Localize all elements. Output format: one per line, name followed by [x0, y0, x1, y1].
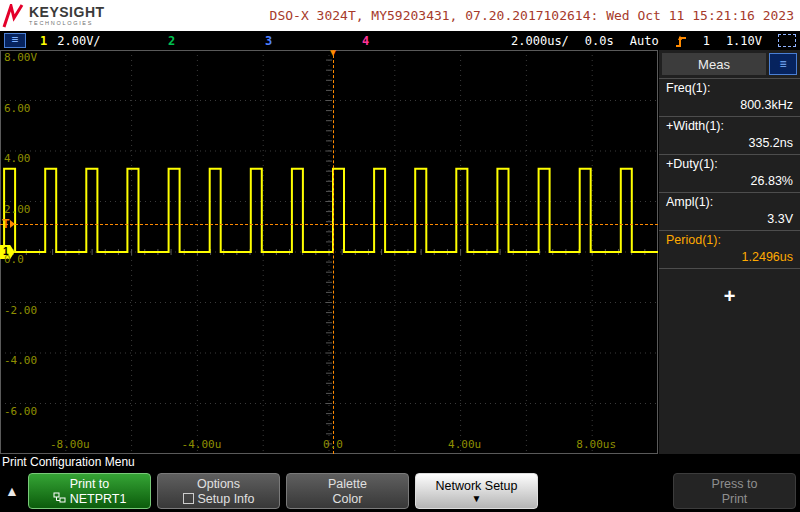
meas-row-freq-1[interactable]: Freq(1):800.3kHz [659, 79, 800, 117]
channel-3-indicator[interactable]: 3 [265, 34, 362, 48]
softkey-network-setup[interactable]: Network Setup▼ [415, 473, 538, 509]
softkey-sublabel-text: NETPRT1 [70, 492, 127, 506]
meas-value: 335.2ns [666, 136, 793, 151]
t-axis-label: 0.0 [323, 438, 343, 451]
meas-label: Period(1): [666, 233, 793, 248]
channel-2-number: 2 [168, 34, 175, 48]
timebase-scale[interactable]: 2.000us/ [511, 34, 569, 48]
brand-subtitle: TECHNOLOGIES [29, 21, 105, 27]
v-axis-label: -2.00 [4, 305, 37, 316]
channel-1-scale: 2.00V/ [57, 34, 100, 48]
channel-indicators: 12.00V/234 [40, 34, 402, 48]
v-axis-label: 2.00 [4, 204, 31, 215]
timebase-delay[interactable]: 0.0s [585, 34, 614, 48]
trigger-source[interactable]: 1 [703, 34, 710, 48]
status-bar: 12.00V/234 2.000us/ 0.0s Auto 1 1.10V [0, 31, 800, 50]
softkey-label: Network Setup [436, 479, 518, 493]
trigger-level-line [0, 224, 658, 225]
channel-1-indicator[interactable]: 12.00V/ [40, 34, 168, 48]
v-axis-label: -4.00 [4, 355, 37, 366]
selection-box-icon[interactable] [778, 34, 796, 47]
keysight-logo: KEYSIGHT TECHNOLOGIES [29, 5, 105, 27]
trigger-level-marker[interactable]: T [2, 218, 15, 230]
softkey-label: Palette [328, 477, 367, 491]
meas-label: +Duty(1): [666, 157, 793, 172]
softkey-label: Print to [70, 477, 110, 491]
channel-4-indicator[interactable]: 4 [362, 34, 402, 48]
brand-name: KEYSIGHT [29, 5, 105, 19]
t-axis-label: 8.00us [576, 438, 616, 451]
meas-row-width-1[interactable]: +Width(1):335.2ns [659, 117, 800, 155]
v-axis-label: 8.00V [4, 52, 37, 63]
time-reference-marker-icon[interactable] [328, 48, 338, 58]
meas-value: 1.2496us [666, 250, 793, 265]
softkey-sublabel: Setup Info [183, 492, 255, 506]
waveform-display: T 1 8.00V6.004.002.000.0-2.00-4.00-6.00-… [0, 50, 658, 454]
add-measurement-button[interactable]: + [659, 285, 800, 308]
measurement-panel: Meas Freq(1):800.3kHz+Width(1):335.2ns+D… [659, 50, 800, 454]
softkey-print-to-netprt1[interactable]: Print toNETPRT1 [28, 473, 151, 509]
meas-rows: Freq(1):800.3kHz+Width(1):335.2ns+Duty(1… [659, 78, 800, 269]
v-axis-label: 0.0 [4, 254, 24, 265]
acquisition-mode[interactable]: Auto [630, 34, 659, 48]
t-axis-label: -8.00u [50, 438, 90, 451]
arrow-down-icon: ▼ [472, 494, 482, 504]
oscilloscope-screen: KEYSIGHT TECHNOLOGIES DSO-X 3024T, MY592… [0, 0, 800, 512]
meas-label: Freq(1): [666, 81, 793, 96]
channel-2-indicator[interactable]: 2 [168, 34, 265, 48]
v-axis-label: 6.00 [4, 103, 31, 114]
checkbox-icon [183, 493, 194, 504]
measurement-menu-icon[interactable] [769, 53, 797, 75]
keysight-spark-icon [2, 4, 26, 28]
time-reference-line [333, 50, 334, 454]
meas-row-ampl-1[interactable]: Ampl(1):3.3V [659, 193, 800, 231]
softkey-palette-color[interactable]: PaletteColor [286, 473, 409, 509]
t-axis-label: -4.00u [182, 438, 222, 451]
graticule-svg [0, 50, 658, 454]
meas-row-duty-1[interactable]: +Duty(1):26.83% [659, 155, 800, 193]
softkey-press-to-print[interactable]: Press toPrint [673, 473, 796, 509]
instrument-title: DSO-X 3024T, MY59203431, 07.20.201710261… [270, 8, 794, 23]
channel-1-number: 1 [40, 34, 47, 48]
trigger-marker-label: T [2, 218, 9, 230]
measurement-panel-header: Meas [659, 50, 800, 75]
softkey-row: Print toNETPRT1OptionsSetup InfoPaletteC… [0, 470, 800, 512]
softkey-sublabel-text: Color [333, 492, 363, 506]
meas-value: 800.3kHz [666, 98, 793, 113]
softkey-sublabel-text: Print [722, 492, 748, 506]
softkey-options-setup-info[interactable]: OptionsSetup Info [157, 473, 280, 509]
softkey-label: Options [197, 477, 240, 491]
t-axis-label: 4.00u [448, 438, 481, 451]
up-arrow-button[interactable] [2, 472, 22, 510]
v-axis-label: -6.00 [4, 406, 37, 417]
network-icon [53, 492, 66, 506]
meas-label: Ampl(1): [666, 195, 793, 210]
softkey-sublabel-text: Setup Info [198, 492, 255, 506]
measurement-panel-title: Meas [662, 53, 766, 75]
softkey-sublabel: Print [722, 492, 748, 506]
title-bar: KEYSIGHT TECHNOLOGIES DSO-X 3024T, MY592… [0, 0, 800, 31]
channel-4-number: 4 [362, 34, 369, 48]
menu-title: Print Configuration Menu [2, 455, 135, 469]
meas-value: 3.3V [666, 212, 793, 227]
channel-3-number: 3 [265, 34, 272, 48]
main-menu-icon[interactable] [4, 33, 26, 48]
softkey-sublabel: NETPRT1 [53, 492, 127, 506]
meas-label: +Width(1): [666, 119, 793, 134]
v-axis-label: 4.00 [4, 153, 31, 164]
meas-value: 26.83% [666, 174, 793, 189]
statusbar-right: 2.000us/ 0.0s Auto 1 1.10V [511, 34, 796, 48]
softkey-label: Press to [712, 477, 758, 491]
menu-title-bar: Print Configuration Menu [0, 454, 800, 470]
softkey-sublabel: Color [333, 492, 363, 506]
trigger-slope-icon[interactable] [675, 34, 687, 48]
trigger-level[interactable]: 1.10V [726, 34, 762, 48]
meas-row-period-1[interactable]: Period(1):1.2496us [659, 231, 800, 269]
